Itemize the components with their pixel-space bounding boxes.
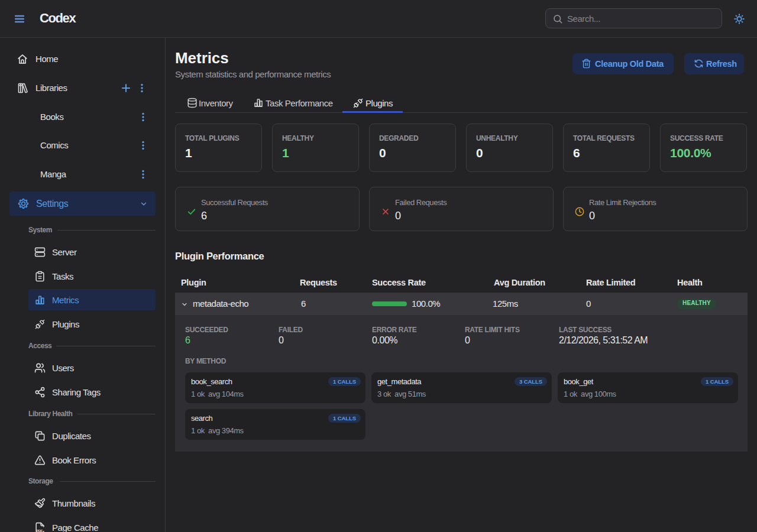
- svg-text:PDF: PDF: [36, 529, 43, 532]
